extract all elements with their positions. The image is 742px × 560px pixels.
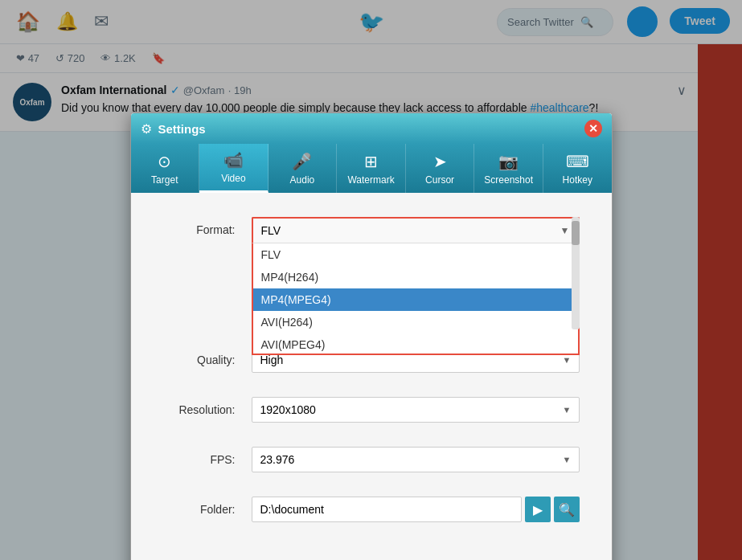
format-option-mp4mpeg4[interactable]: MP4(MPEG4)	[253, 288, 578, 311]
fps-select-wrap: 23.976 30 60	[252, 447, 580, 472]
folder-input[interactable]	[252, 497, 522, 522]
cursor-icon: ➤	[433, 152, 447, 171]
format-dropdown-list[interactable]: FLV MP4(H264) MP4(MPEG4) AVI(H264) AVI(M…	[252, 243, 580, 355]
folder-input-wrap: ▶ 🔍	[252, 497, 580, 522]
tab-hotkey-label: Hotkey	[563, 174, 592, 186]
folder-label: Folder:	[163, 503, 236, 516]
folder-row: Folder: ▶ 🔍	[163, 497, 580, 522]
hotkey-icon: ⌨	[566, 152, 589, 171]
quality-label: Quality:	[163, 354, 236, 366]
watermark-icon: ⊞	[364, 152, 378, 171]
screenshot-icon: 📷	[498, 152, 519, 171]
format-dropdown-container: FLV ▼ FLV MP4(H264) MP4(MPEG4) AVI(H264)…	[252, 217, 580, 243]
tab-hotkey[interactable]: ⌨ Hotkey	[543, 144, 612, 193]
format-row: Format: FLV ▼ FLV MP4(H264) MP4(MPEG4) A…	[163, 217, 580, 243]
settings-title: Settings	[158, 122, 578, 136]
settings-body: Format: FLV ▼ FLV MP4(H264) MP4(MPEG4) A…	[131, 193, 612, 560]
resolution-select[interactable]: 1920x1080 1280x720 640x480	[252, 397, 580, 423]
format-select-header[interactable]: FLV ▼	[252, 217, 580, 243]
format-selected-value: FLV	[261, 224, 281, 237]
fps-label: FPS:	[163, 453, 236, 466]
format-label: Format:	[163, 223, 236, 236]
tab-target-label: Target	[151, 174, 178, 186]
resolution-label: Resolution:	[163, 403, 236, 416]
tab-video[interactable]: 📹 Video	[199, 144, 269, 193]
settings-overlay: ⚙ Settings ✕ ⊙ Target 📹 Video 🎤 Audio ⊞ …	[0, 0, 742, 560]
fps-row: FPS: 23.976 30 60	[163, 447, 580, 472]
tab-cursor[interactable]: ➤ Cursor	[406, 144, 475, 193]
settings-dialog: ⚙ Settings ✕ ⊙ Target 📹 Video 🎤 Audio ⊞ …	[130, 112, 613, 560]
close-button[interactable]: ✕	[584, 120, 602, 137]
tab-watermark-label: Watermark	[347, 174, 394, 186]
resolution-row: Resolution: 1920x1080 1280x720 640x480	[163, 397, 580, 423]
format-option-avih264[interactable]: AVI(H264)	[253, 311, 578, 333]
format-option-mp4h264[interactable]: MP4(H264)	[253, 266, 578, 288]
tab-screenshot-label: Screenshot	[484, 174, 533, 186]
settings-gear-icon: ⚙	[141, 121, 152, 137]
fps-select[interactable]: 23.976 30 60	[252, 447, 580, 472]
folder-browse-button[interactable]: 🔍	[554, 497, 580, 522]
settings-tabs: ⊙ Target 📹 Video 🎤 Audio ⊞ Watermark ➤ C…	[131, 144, 612, 193]
dropdown-arrow-icon: ▼	[560, 225, 570, 236]
audio-icon: 🎤	[292, 152, 312, 171]
format-option-avimpeg4[interactable]: AVI(MPEG4)	[253, 333, 578, 355]
tab-watermark[interactable]: ⊞ Watermark	[337, 144, 406, 193]
format-option-flv[interactable]: FLV	[253, 243, 578, 266]
tab-screenshot[interactable]: 📷 Screenshot	[474, 144, 543, 193]
target-icon: ⊙	[158, 152, 171, 171]
tab-cursor-label: Cursor	[425, 174, 454, 186]
tab-video-label: Video	[221, 173, 245, 184]
tab-target[interactable]: ⊙ Target	[131, 144, 200, 193]
tab-audio-label: Audio	[290, 174, 315, 186]
folder-play-button[interactable]: ▶	[525, 497, 551, 522]
settings-titlebar: ⚙ Settings ✕	[131, 113, 612, 144]
tab-audio[interactable]: 🎤 Audio	[269, 144, 338, 193]
resolution-select-wrap: 1920x1080 1280x720 640x480	[252, 397, 580, 423]
video-icon: 📹	[223, 150, 244, 170]
